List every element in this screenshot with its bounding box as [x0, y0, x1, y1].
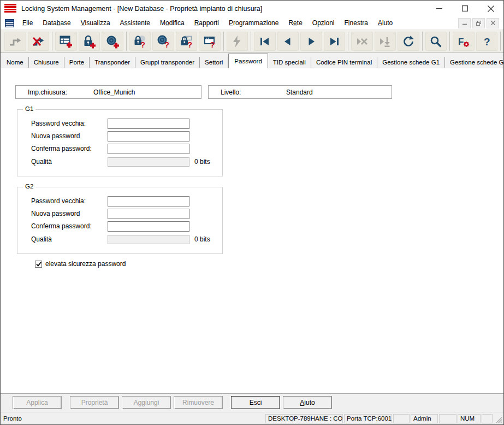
- search-button[interactable]: [425, 32, 447, 51]
- aiuto-button[interactable]: Aiuto: [283, 396, 332, 409]
- new-lock-button[interactable]: [79, 32, 100, 51]
- mdi-minimize-icon: [463, 21, 467, 25]
- high-security-label: elevata sicurezza password: [45, 260, 126, 268]
- g2-new-password-row: Nuova password: [31, 208, 189, 219]
- menu-item-rete[interactable]: Rete: [283, 19, 307, 27]
- read-lock-network-icon: ?: [179, 34, 193, 49]
- menu-item-file[interactable]: File: [17, 19, 38, 27]
- maximize-button[interactable]: [452, 1, 478, 16]
- tab-settori[interactable]: Settori: [200, 57, 228, 68]
- g2-old-password-label: Password vecchia:: [31, 197, 108, 205]
- toolbar-separator: [422, 32, 423, 51]
- tab-gestione-schede-g2[interactable]: Gestione schede G2: [445, 57, 504, 68]
- g2-old-password-input[interactable]: [108, 196, 189, 206]
- g1-old-password-input[interactable]: [108, 119, 189, 129]
- g1-new-password-row: Nuova password: [31, 131, 189, 141]
- toolbar-separator: [52, 32, 52, 51]
- tab-bar: Nome Chiusure Porte Transponder Gruppi t…: [1, 53, 503, 68]
- mdi-minimize-button[interactable]: [458, 18, 471, 28]
- esci-button[interactable]: Esci: [231, 396, 280, 409]
- svg-text:?: ?: [484, 36, 490, 48]
- new-transponder-plus-icon: [105, 34, 120, 49]
- toolbar-separator: [126, 32, 127, 51]
- nav-end-icon: [378, 34, 392, 49]
- tab-chiusure[interactable]: Chiusure: [29, 57, 64, 68]
- read-card-button[interactable]: ?: [199, 32, 221, 51]
- menu-item-programmazione[interactable]: Programmazione: [224, 19, 283, 27]
- toolbar-separator: [223, 32, 224, 51]
- tab-codice-pin-terminal[interactable]: Codice PIN terminal: [311, 57, 377, 68]
- high-security-checkbox[interactable]: [35, 261, 42, 268]
- lightning-icon: [230, 34, 244, 49]
- menu-item-rapporti[interactable]: Rapporti: [189, 19, 224, 27]
- new-transponder-button[interactable]: [102, 32, 123, 51]
- tab-porte[interactable]: Porte: [64, 57, 90, 68]
- options-button[interactable]: F: [453, 32, 475, 51]
- read-lock-button[interactable]: ?: [129, 32, 151, 51]
- options-gear-icon: F: [456, 34, 471, 49]
- nav-cancel-icon: [355, 34, 369, 49]
- tab-nome[interactable]: Nome: [2, 57, 29, 68]
- level-field: Livello: Standard: [208, 85, 392, 99]
- menu-item-database[interactable]: Database: [38, 19, 75, 27]
- minimize-button[interactable]: [426, 1, 452, 16]
- disconnect-button[interactable]: [28, 32, 50, 51]
- g2-confirm-password-row: Conferma password:: [31, 221, 189, 232]
- document-icon: [5, 19, 14, 27]
- status-panel-host: DESKTOP-789HANE : COM(*): [265, 414, 343, 423]
- help-button[interactable]: ?: [476, 32, 498, 51]
- status-panel-empty-1: [393, 414, 410, 423]
- g2-group-title: G2: [23, 183, 35, 190]
- nav-first-button[interactable]: [254, 32, 276, 51]
- mdi-close-button[interactable]: [487, 18, 499, 28]
- menu-item-modifica[interactable]: Modifica: [155, 19, 189, 27]
- nav-last-icon: [327, 34, 341, 49]
- toolbar-separator: [348, 32, 348, 51]
- svg-text:F: F: [458, 37, 464, 47]
- g2-quality-row: Qualità 0 bits: [31, 234, 210, 245]
- g2-new-password-label: Nuova password: [31, 210, 108, 217]
- menu-item-aiuto[interactable]: Aiuto: [373, 19, 398, 27]
- menu-item-opzioni[interactable]: Opzioni: [307, 19, 340, 27]
- g1-group-title: G1: [23, 105, 35, 112]
- locking-system-field: Imp.chiusura: Office_Munich: [15, 85, 201, 99]
- read-lock-network-button[interactable]: ?: [176, 32, 198, 51]
- menu-item-assistente[interactable]: Assistente: [115, 19, 155, 27]
- menu-item-visualizza[interactable]: Visualizza: [76, 19, 115, 27]
- refresh-button[interactable]: [398, 32, 419, 51]
- status-panel-user: Admin: [411, 414, 438, 423]
- status-ready-text: Pronto: [3, 415, 265, 422]
- g2-new-password-input[interactable]: [108, 209, 189, 219]
- tab-gestione-schede-g1[interactable]: Gestione schede G1: [377, 57, 445, 68]
- minimize-icon: [436, 5, 442, 11]
- nav-next-button[interactable]: [300, 32, 322, 51]
- mdi-window-controls: [458, 18, 499, 28]
- nav-last-button[interactable]: [324, 32, 346, 51]
- nav-next-icon: [304, 34, 318, 49]
- app-logo-icon: [4, 4, 16, 14]
- mdi-restore-button[interactable]: [472, 18, 485, 28]
- g2-confirm-password-input[interactable]: [108, 221, 189, 232]
- tab-transponder[interactable]: Transponder: [90, 57, 135, 68]
- nav-prev-button[interactable]: [277, 32, 299, 51]
- new-locking-system-button[interactable]: [55, 32, 77, 51]
- resize-grip[interactable]: [494, 414, 502, 423]
- toolbar-separator: [500, 32, 501, 51]
- locking-system-label: Imp.chiusura:: [28, 88, 93, 96]
- g2-old-password-row: Password vecchia:: [31, 196, 189, 206]
- locking-system-value: Office_Munich: [93, 88, 135, 96]
- window-title: Locking System Management - [New Databas…: [21, 5, 262, 13]
- tab-gruppi-transponder[interactable]: Gruppi transponder: [135, 57, 200, 68]
- connect-icon: [8, 34, 22, 49]
- rimuovere-button: Rimuovere: [174, 396, 223, 409]
- title-bar: Locking System Management - [New Databas…: [1, 1, 503, 16]
- close-button[interactable]: [478, 1, 503, 16]
- g1-confirm-password-input[interactable]: [108, 144, 189, 154]
- g1-new-password-input[interactable]: [108, 131, 189, 141]
- close-icon: [488, 5, 494, 12]
- tab-tid-speciali[interactable]: TID speciali: [268, 57, 311, 68]
- read-transponder-button[interactable]: ?: [152, 32, 174, 51]
- menu-item-finestra[interactable]: Finestra: [340, 19, 373, 27]
- tab-password[interactable]: Password: [228, 54, 268, 68]
- read-card-icon: ?: [203, 34, 217, 49]
